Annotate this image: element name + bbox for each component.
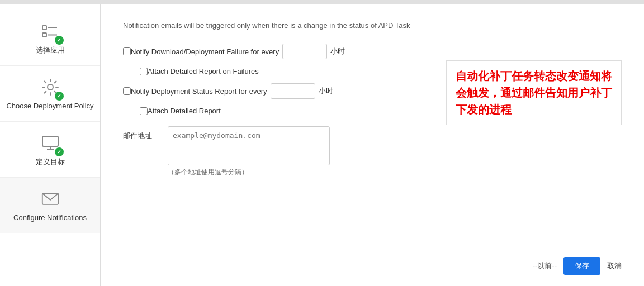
notify-deployment-input[interactable]: 3 (271, 83, 315, 99)
sidebar: 选择应用 Choose Deployment Policy (0, 4, 101, 286)
attach-report-checkbox[interactable] (140, 107, 148, 115)
notify-download-checkbox[interactable] (123, 47, 131, 55)
notify-download-row: Notify Download/Deployment Failure for e… (123, 44, 622, 59)
sidebar-item-configure-notifications[interactable]: Configure Notifications (0, 178, 100, 233)
email-label: 邮件地址 (123, 126, 157, 141)
attach-failures-label: Attach Detailed Report on Failures (148, 67, 259, 75)
notify-download-unit: 小时 (330, 46, 345, 56)
sidebar-item-select-app[interactable]: 选择应用 (0, 10, 100, 66)
define-target-icon-wrap (39, 132, 61, 154)
sidebar-item-choose-deployment-policy[interactable]: Choose Deployment Policy (0, 66, 100, 122)
notify-download-label: Notify Download/Deployment Failure for e… (131, 47, 279, 56)
attach-failures-checkbox[interactable] (140, 68, 148, 75)
sidebar-item-define-target[interactable]: 定义目标 (0, 122, 100, 178)
top-bar (0, 0, 644, 4)
notify-deployment-unit: 小时 (319, 86, 333, 96)
select-app-check (55, 36, 64, 45)
envelope-icon (41, 190, 59, 208)
define-target-check (55, 147, 64, 156)
footer-buttons: --以前-- 保存 取消 (533, 257, 622, 275)
email-section: 邮件地址 （多个地址使用逗号分隔） (123, 126, 622, 177)
tooltip-overlay: 自动化补丁任务转态改变通知将会触发，通过邮件告知用户补丁下发的进程 (446, 60, 622, 125)
prev-button[interactable]: --以前-- (533, 261, 557, 271)
svg-point-4 (48, 84, 53, 90)
email-hint: （多个地址使用逗号分隔） (168, 168, 330, 177)
notification-info-text: Notification emails will be triggered on… (123, 21, 622, 30)
svg-rect-5 (42, 136, 58, 146)
configure-notifications-icon-wrap (39, 188, 61, 210)
svg-rect-0 (42, 26, 46, 30)
notify-deployment-checkbox[interactable] (123, 87, 131, 95)
sidebar-item-deployment-label: Choose Deployment Policy (6, 102, 93, 111)
notify-download-input[interactable]: 1 (282, 44, 327, 59)
cancel-button[interactable]: 取消 (607, 261, 622, 271)
attach-failures-label-text: Attach Detailed Report on Failures (148, 67, 259, 75)
sidebar-item-configure-notifications-label: Configure Notifications (13, 213, 87, 223)
attach-report-label: Attach Detailed Report (148, 107, 221, 115)
notify-deployment-label: Notify Deployment Status Report for ever… (131, 87, 267, 96)
tooltip-text: 自动化补丁任务转态改变通知将会触发，通过邮件告知用户补丁下发的进程 (456, 70, 612, 116)
svg-rect-2 (42, 33, 46, 37)
sidebar-item-select-app-label: 选择应用 (36, 46, 65, 55)
select-app-icon-wrap (39, 20, 61, 42)
notify-download-label-text: Notify Download/Deployment Failure for e… (131, 47, 279, 56)
deployment-policy-icon-wrap (39, 76, 61, 98)
email-textarea[interactable] (168, 126, 330, 165)
main-container: 选择应用 Choose Deployment Policy (0, 4, 644, 286)
email-input-wrap: （多个地址使用逗号分隔） (168, 126, 330, 177)
deployment-policy-check (55, 92, 64, 101)
notify-deployment-label-text: Notify Deployment Status Report for ever… (131, 87, 267, 96)
content-area: Notification emails will be triggered on… (101, 4, 644, 286)
attach-report-label-text: Attach Detailed Report (148, 107, 221, 115)
save-button[interactable]: 保存 (564, 257, 600, 275)
sidebar-item-define-target-label: 定义目标 (36, 158, 65, 167)
